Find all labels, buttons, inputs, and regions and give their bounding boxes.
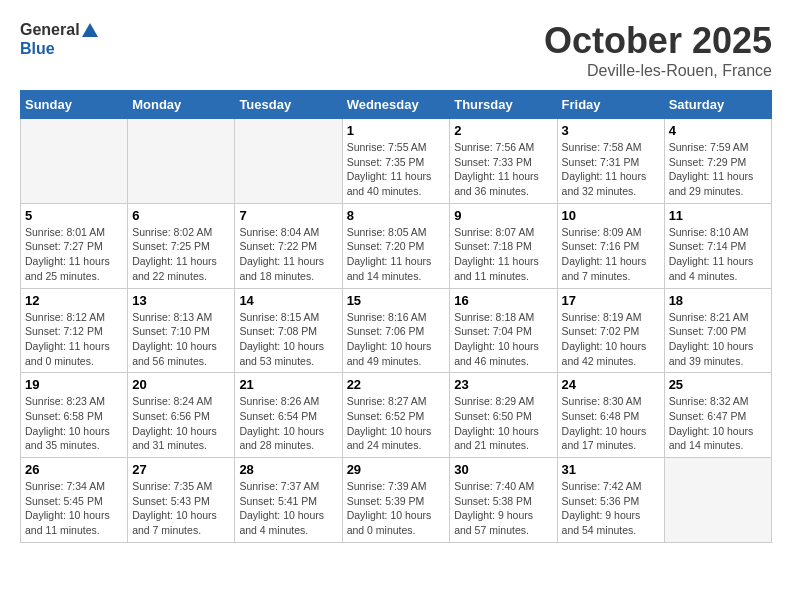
day-info: Sunrise: 7:55 AM Sunset: 7:35 PM Dayligh… (347, 140, 446, 199)
location: Deville-les-Rouen, France (544, 62, 772, 80)
calendar-cell: 15Sunrise: 8:16 AM Sunset: 7:06 PM Dayli… (342, 288, 450, 373)
calendar-cell: 7Sunrise: 8:04 AM Sunset: 7:22 PM Daylig… (235, 203, 342, 288)
day-number: 19 (25, 377, 123, 392)
calendar-cell: 5Sunrise: 8:01 AM Sunset: 7:27 PM Daylig… (21, 203, 128, 288)
day-number: 7 (239, 208, 337, 223)
calendar-cell: 27Sunrise: 7:35 AM Sunset: 5:43 PM Dayli… (128, 458, 235, 543)
day-info: Sunrise: 8:27 AM Sunset: 6:52 PM Dayligh… (347, 394, 446, 453)
day-number: 23 (454, 377, 552, 392)
weekday-header: Wednesday (342, 91, 450, 119)
day-info: Sunrise: 8:29 AM Sunset: 6:50 PM Dayligh… (454, 394, 552, 453)
calendar-cell: 16Sunrise: 8:18 AM Sunset: 7:04 PM Dayli… (450, 288, 557, 373)
day-info: Sunrise: 8:10 AM Sunset: 7:14 PM Dayligh… (669, 225, 767, 284)
day-info: Sunrise: 8:04 AM Sunset: 7:22 PM Dayligh… (239, 225, 337, 284)
logo-text: General Blue (20, 20, 98, 57)
calendar-cell: 30Sunrise: 7:40 AM Sunset: 5:38 PM Dayli… (450, 458, 557, 543)
day-number: 26 (25, 462, 123, 477)
day-number: 16 (454, 293, 552, 308)
day-number: 4 (669, 123, 767, 138)
day-number: 21 (239, 377, 337, 392)
day-info: Sunrise: 8:12 AM Sunset: 7:12 PM Dayligh… (25, 310, 123, 369)
day-info: Sunrise: 7:35 AM Sunset: 5:43 PM Dayligh… (132, 479, 230, 538)
day-info: Sunrise: 8:09 AM Sunset: 7:16 PM Dayligh… (562, 225, 660, 284)
day-info: Sunrise: 7:56 AM Sunset: 7:33 PM Dayligh… (454, 140, 552, 199)
calendar-table: SundayMondayTuesdayWednesdayThursdayFrid… (20, 90, 772, 543)
calendar-cell: 22Sunrise: 8:27 AM Sunset: 6:52 PM Dayli… (342, 373, 450, 458)
weekday-header: Friday (557, 91, 664, 119)
calendar-cell: 20Sunrise: 8:24 AM Sunset: 6:56 PM Dayli… (128, 373, 235, 458)
weekday-header: Sunday (21, 91, 128, 119)
day-number: 8 (347, 208, 446, 223)
day-number: 11 (669, 208, 767, 223)
day-number: 31 (562, 462, 660, 477)
day-number: 6 (132, 208, 230, 223)
day-info: Sunrise: 8:26 AM Sunset: 6:54 PM Dayligh… (239, 394, 337, 453)
weekday-header: Monday (128, 91, 235, 119)
day-info: Sunrise: 8:21 AM Sunset: 7:00 PM Dayligh… (669, 310, 767, 369)
day-info: Sunrise: 8:24 AM Sunset: 6:56 PM Dayligh… (132, 394, 230, 453)
day-number: 13 (132, 293, 230, 308)
day-number: 20 (132, 377, 230, 392)
day-number: 14 (239, 293, 337, 308)
calendar-cell: 26Sunrise: 7:34 AM Sunset: 5:45 PM Dayli… (21, 458, 128, 543)
weekday-header: Thursday (450, 91, 557, 119)
calendar-cell: 8Sunrise: 8:05 AM Sunset: 7:20 PM Daylig… (342, 203, 450, 288)
day-number: 25 (669, 377, 767, 392)
logo-general: General (20, 20, 98, 40)
day-number: 3 (562, 123, 660, 138)
day-number: 17 (562, 293, 660, 308)
calendar-cell (128, 119, 235, 204)
day-info: Sunrise: 8:16 AM Sunset: 7:06 PM Dayligh… (347, 310, 446, 369)
calendar-cell: 18Sunrise: 8:21 AM Sunset: 7:00 PM Dayli… (664, 288, 771, 373)
day-number: 2 (454, 123, 552, 138)
weekday-header: Saturday (664, 91, 771, 119)
calendar-cell: 21Sunrise: 8:26 AM Sunset: 6:54 PM Dayli… (235, 373, 342, 458)
day-info: Sunrise: 8:07 AM Sunset: 7:18 PM Dayligh… (454, 225, 552, 284)
calendar-cell: 2Sunrise: 7:56 AM Sunset: 7:33 PM Daylig… (450, 119, 557, 204)
month-title: October 2025 (544, 20, 772, 62)
calendar-cell: 10Sunrise: 8:09 AM Sunset: 7:16 PM Dayli… (557, 203, 664, 288)
day-info: Sunrise: 8:01 AM Sunset: 7:27 PM Dayligh… (25, 225, 123, 284)
calendar-week-row: 5Sunrise: 8:01 AM Sunset: 7:27 PM Daylig… (21, 203, 772, 288)
title-block: October 2025 Deville-les-Rouen, France (544, 20, 772, 80)
calendar-cell: 11Sunrise: 8:10 AM Sunset: 7:14 PM Dayli… (664, 203, 771, 288)
logo: General Blue (20, 20, 98, 57)
calendar-week-row: 26Sunrise: 7:34 AM Sunset: 5:45 PM Dayli… (21, 458, 772, 543)
day-info: Sunrise: 8:15 AM Sunset: 7:08 PM Dayligh… (239, 310, 337, 369)
day-info: Sunrise: 8:23 AM Sunset: 6:58 PM Dayligh… (25, 394, 123, 453)
day-info: Sunrise: 7:37 AM Sunset: 5:41 PM Dayligh… (239, 479, 337, 538)
day-number: 29 (347, 462, 446, 477)
day-number: 28 (239, 462, 337, 477)
day-number: 12 (25, 293, 123, 308)
day-info: Sunrise: 8:18 AM Sunset: 7:04 PM Dayligh… (454, 310, 552, 369)
day-info: Sunrise: 8:02 AM Sunset: 7:25 PM Dayligh… (132, 225, 230, 284)
weekday-header: Tuesday (235, 91, 342, 119)
calendar-cell: 1Sunrise: 7:55 AM Sunset: 7:35 PM Daylig… (342, 119, 450, 204)
page-header: General Blue October 2025 Deville-les-Ro… (20, 20, 772, 80)
day-info: Sunrise: 8:32 AM Sunset: 6:47 PM Dayligh… (669, 394, 767, 453)
calendar-week-row: 12Sunrise: 8:12 AM Sunset: 7:12 PM Dayli… (21, 288, 772, 373)
calendar-cell (21, 119, 128, 204)
calendar-cell: 29Sunrise: 7:39 AM Sunset: 5:39 PM Dayli… (342, 458, 450, 543)
day-info: Sunrise: 7:42 AM Sunset: 5:36 PM Dayligh… (562, 479, 660, 538)
calendar-cell: 3Sunrise: 7:58 AM Sunset: 7:31 PM Daylig… (557, 119, 664, 204)
calendar-cell: 9Sunrise: 8:07 AM Sunset: 7:18 PM Daylig… (450, 203, 557, 288)
weekday-header-row: SundayMondayTuesdayWednesdayThursdayFrid… (21, 91, 772, 119)
day-number: 1 (347, 123, 446, 138)
calendar-cell: 14Sunrise: 8:15 AM Sunset: 7:08 PM Dayli… (235, 288, 342, 373)
calendar-cell: 23Sunrise: 8:29 AM Sunset: 6:50 PM Dayli… (450, 373, 557, 458)
day-number: 27 (132, 462, 230, 477)
day-info: Sunrise: 8:13 AM Sunset: 7:10 PM Dayligh… (132, 310, 230, 369)
calendar-cell: 25Sunrise: 8:32 AM Sunset: 6:47 PM Dayli… (664, 373, 771, 458)
day-number: 15 (347, 293, 446, 308)
calendar-cell: 19Sunrise: 8:23 AM Sunset: 6:58 PM Dayli… (21, 373, 128, 458)
calendar-cell: 6Sunrise: 8:02 AM Sunset: 7:25 PM Daylig… (128, 203, 235, 288)
day-info: Sunrise: 8:05 AM Sunset: 7:20 PM Dayligh… (347, 225, 446, 284)
day-number: 9 (454, 208, 552, 223)
calendar-cell: 28Sunrise: 7:37 AM Sunset: 5:41 PM Dayli… (235, 458, 342, 543)
calendar-cell: 13Sunrise: 8:13 AM Sunset: 7:10 PM Dayli… (128, 288, 235, 373)
day-number: 10 (562, 208, 660, 223)
calendar-cell: 17Sunrise: 8:19 AM Sunset: 7:02 PM Dayli… (557, 288, 664, 373)
day-number: 5 (25, 208, 123, 223)
day-info: Sunrise: 7:34 AM Sunset: 5:45 PM Dayligh… (25, 479, 123, 538)
